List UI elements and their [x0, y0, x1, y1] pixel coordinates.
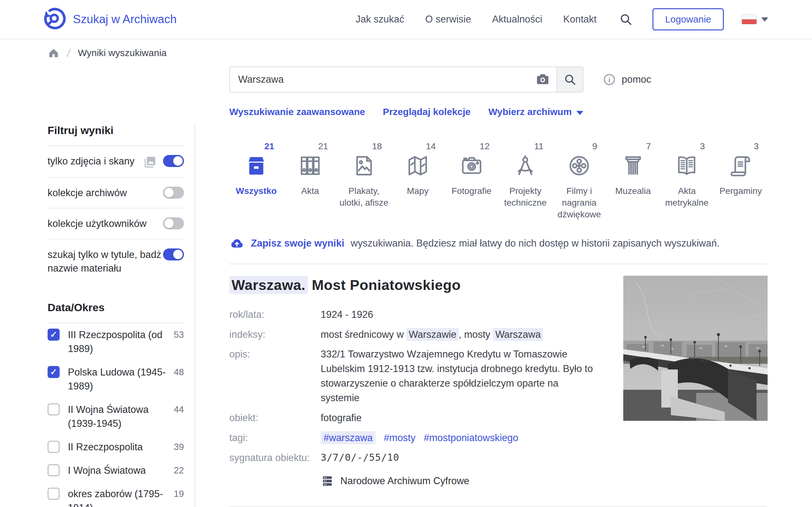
- save-results-banner: Zapisz swoje wyniki wyszukiwania. Będzie…: [229, 236, 768, 251]
- result-thumbnail[interactable]: [623, 276, 768, 421]
- checkbox[interactable]: [48, 441, 60, 453]
- save-results-link[interactable]: Zapisz swoje wyniki: [251, 238, 345, 249]
- category-count: 18: [372, 141, 391, 152]
- toggle-switch[interactable]: [163, 248, 184, 261]
- filter-sidebar: Filtruj wyniki tylko zdjęcia i skany kol…: [48, 124, 184, 507]
- checkbox[interactable]: [48, 403, 60, 415]
- category-label: Mapy: [407, 185, 428, 197]
- category-count: 3: [754, 141, 768, 152]
- filter-toggle-kolekcje-archiwów[interactable]: kolekcje archiwów: [48, 178, 184, 209]
- brand-name: Szukaj w Archiwach: [73, 13, 177, 26]
- category-label: Projekty techniczne: [499, 185, 553, 209]
- search-bar: pomoc: [229, 66, 768, 93]
- help-link[interactable]: pomoc: [602, 72, 651, 87]
- category-label: Wszystko: [236, 185, 276, 197]
- login-button[interactable]: Logowanie: [653, 8, 724, 31]
- holding-archive[interactable]: Narodowe Archiwum Cyfrowe: [321, 474, 594, 488]
- field-label: rok/lata:: [229, 307, 321, 322]
- filter-toggle-label: tylko zdjęcia i skany: [48, 154, 141, 168]
- search-result-item: Warszawa. Most Poniatowskiego rok/lata:1…: [229, 264, 768, 488]
- category-count: 12: [479, 141, 498, 152]
- advanced-search-link[interactable]: Wyszukiwanie zaawansowane: [229, 107, 365, 117]
- photo-icon: [143, 155, 157, 169]
- category-label: Fotografie: [452, 185, 492, 197]
- period-option-ii-wojna-światowa-1939-1945[interactable]: II Wojna Światowa (1939-1945) 44: [48, 398, 184, 435]
- period-count: 44: [174, 403, 184, 415]
- breadcrumb: / Wyniki wyszukiwania: [48, 39, 166, 66]
- category-tab-akta-metrykalne[interactable]: 3 Akta metrykalne: [660, 141, 714, 221]
- period-count: 19: [174, 487, 184, 499]
- save-results-text: wyszukiwania. Będziesz miał łatwy do nic…: [351, 238, 720, 249]
- home-icon[interactable]: [48, 47, 60, 59]
- checkbox[interactable]: ✓: [48, 329, 60, 341]
- search-submit-button[interactable]: [557, 66, 583, 93]
- toggle-switch[interactable]: [163, 217, 184, 229]
- camera-icon: [459, 152, 484, 178]
- object-signature: 3/7/0/-/55/10: [321, 451, 594, 465]
- tag-link[interactable]: #mostponiatowskiego: [424, 432, 518, 443]
- chevron-down-icon: [761, 17, 768, 21]
- toggle-switch[interactable]: [163, 187, 184, 199]
- title-segment: Warszawa.: [229, 276, 308, 294]
- category-count: 7: [646, 141, 660, 152]
- language-selector[interactable]: [742, 14, 768, 24]
- category-label: Pergaminy: [719, 185, 762, 197]
- title-segment: Most Poniatowskiego: [308, 277, 461, 293]
- nav-item-o-serwisie[interactable]: O serwisie: [425, 14, 471, 25]
- category-tab-akta[interactable]: 21 Akta: [283, 141, 337, 221]
- filter-toggle-label: kolekcje archiwów: [48, 186, 163, 200]
- period-count: 53: [174, 328, 184, 340]
- tag-list: #warszawa#mosty#mostponiatowskiego: [321, 431, 594, 445]
- field-label: sygnatura obiektu:: [229, 451, 321, 465]
- breadcrumb-separator: /: [66, 47, 72, 59]
- category-tab-muzealia[interactable]: 7 Muzealia: [606, 141, 660, 221]
- nav-item-aktualności[interactable]: Aktualności: [492, 14, 542, 25]
- checkbox[interactable]: ✓: [48, 366, 60, 378]
- header-search-icon[interactable]: [619, 12, 633, 26]
- field-value: most średnicowy w Warszawie, mosty Warsz…: [321, 327, 594, 342]
- search-input[interactable]: [229, 66, 557, 93]
- site-logo[interactable]: Szukaj w Archiwach: [41, 7, 177, 32]
- breadcrumb-current: Wyniki wyszukiwania: [78, 48, 166, 58]
- toggle-switch[interactable]: [163, 155, 184, 167]
- category-tab-plakaty-ulotki-afisze[interactable]: 18 Plakaty, ulotki, afisze: [337, 141, 391, 221]
- tag-link[interactable]: #warszawa: [321, 431, 375, 444]
- filter-toggle-kolekcje-użytkowników[interactable]: kolekcje użytkowników: [48, 209, 184, 239]
- category-tab-fotografie[interactable]: 12 Fotografie: [445, 141, 499, 221]
- field-label: obiekt:: [229, 411, 321, 425]
- period-option-iii-rzeczpospolita-od-1989[interactable]: ✓ III Rzeczpospolita (od 1989) 53: [48, 323, 184, 360]
- period-option-i-wojna-światowa[interactable]: I Wojna Światowa 22: [48, 459, 184, 482]
- main-content: pomoc Wyszukiwanie zaawansowane Przegląd…: [229, 66, 768, 507]
- nav-item-jak-szukać[interactable]: Jak szukać: [356, 14, 404, 25]
- choose-archive-dropdown[interactable]: Wybierz archiwum: [489, 107, 583, 117]
- tag-link[interactable]: #mosty: [384, 432, 415, 443]
- checkbox[interactable]: [48, 488, 60, 500]
- filter-toggle-szukaj-tylko-w-tytule-badż-nazwie-materiału[interactable]: szukaj tylko w tytule, badż nazwie mater…: [48, 239, 184, 284]
- nav-item-kontakt[interactable]: Kontakt: [563, 14, 597, 25]
- period-title: Data/Okres: [48, 301, 184, 314]
- period-option-polska-ludowa-1945-1989[interactable]: ✓ Polska Ludowa (1945-1989) 48: [48, 360, 184, 398]
- category-tab-mapy[interactable]: 14 Mapy: [391, 141, 445, 221]
- category-tab-projekty-techniczne[interactable]: 11 Projekty techniczne: [499, 141, 553, 221]
- field-value: 332/1 Towarzystwo Wzajemnego Kredytu w T…: [321, 347, 594, 405]
- period-option-okres-zaborów-1795-1914[interactable]: okres zaborów (1795-1914) 19: [48, 482, 184, 507]
- period-count: 39: [174, 440, 184, 452]
- category-tab-wszystko[interactable]: 21 Wszystko: [229, 141, 283, 221]
- period-count: 48: [174, 365, 184, 377]
- category-tab-filmy-i-nagrania-dźwiękowe[interactable]: 9 Filmy i nagrania dźwiękowe: [552, 141, 606, 221]
- browse-collections-link[interactable]: Przeglądaj kolekcje: [383, 107, 471, 117]
- cloud-upload-icon: [229, 236, 245, 251]
- filter-toggle-tylko-zdjęcia-i-skany[interactable]: tylko zdjęcia i skany: [48, 146, 184, 178]
- period-option-ii-rzeczpospolita[interactable]: II Rzeczpospolita 39: [48, 435, 184, 459]
- drafting-compass-icon: [513, 152, 538, 178]
- field-value: 1924 - 1926: [321, 307, 594, 322]
- field-label: [229, 470, 321, 488]
- period-section: Data/Okres ✓ III Rzeczpospolita (od 1989…: [48, 301, 184, 507]
- image-search-camera-icon[interactable]: [535, 72, 550, 87]
- category-label: Akta: [301, 185, 319, 197]
- search-links-row: Wyszukiwanie zaawansowane Przeglądaj kol…: [229, 107, 768, 117]
- checkbox[interactable]: [48, 464, 60, 476]
- poster-image-icon: [351, 152, 376, 178]
- category-tab-pergaminy[interactable]: 3 Pergaminy: [714, 141, 768, 221]
- period-label: okres zaborów (1795-1914): [68, 487, 169, 507]
